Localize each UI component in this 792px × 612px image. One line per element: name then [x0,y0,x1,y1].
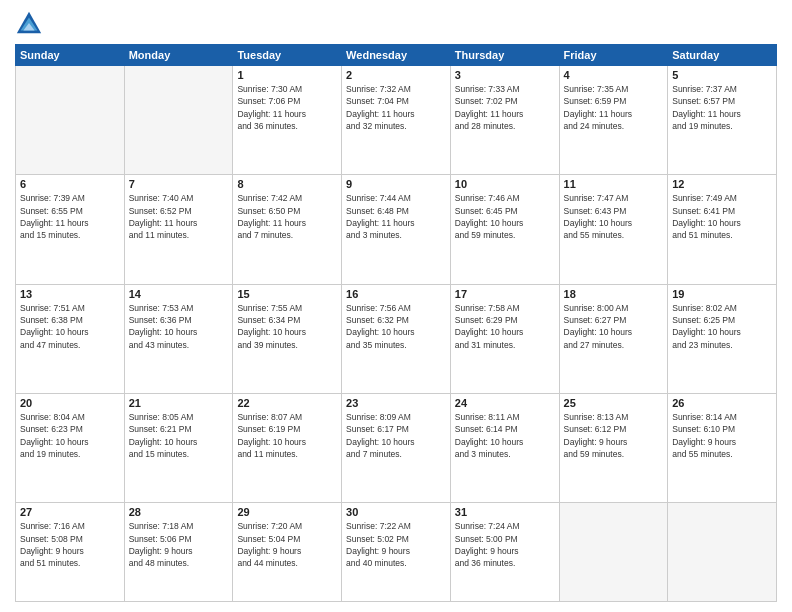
day-cell: 16Sunrise: 7:56 AM Sunset: 6:32 PM Dayli… [342,284,451,393]
week-row-2: 6Sunrise: 7:39 AM Sunset: 6:55 PM Daylig… [16,175,777,284]
day-cell: 20Sunrise: 8:04 AM Sunset: 6:23 PM Dayli… [16,394,125,503]
day-info: Sunrise: 8:09 AM Sunset: 6:17 PM Dayligh… [346,411,446,460]
day-number: 5 [672,69,772,81]
day-number: 15 [237,288,337,300]
weekday-header-wednesday: Wednesday [342,45,451,66]
day-info: Sunrise: 7:18 AM Sunset: 5:06 PM Dayligh… [129,520,229,569]
day-number: 22 [237,397,337,409]
week-row-4: 20Sunrise: 8:04 AM Sunset: 6:23 PM Dayli… [16,394,777,503]
day-cell: 14Sunrise: 7:53 AM Sunset: 6:36 PM Dayli… [124,284,233,393]
day-info: Sunrise: 8:07 AM Sunset: 6:19 PM Dayligh… [237,411,337,460]
day-cell: 3Sunrise: 7:33 AM Sunset: 7:02 PM Daylig… [450,66,559,175]
day-cell: 23Sunrise: 8:09 AM Sunset: 6:17 PM Dayli… [342,394,451,503]
day-cell: 6Sunrise: 7:39 AM Sunset: 6:55 PM Daylig… [16,175,125,284]
day-info: Sunrise: 8:04 AM Sunset: 6:23 PM Dayligh… [20,411,120,460]
calendar-table: SundayMondayTuesdayWednesdayThursdayFrid… [15,44,777,602]
day-cell: 10Sunrise: 7:46 AM Sunset: 6:45 PM Dayli… [450,175,559,284]
day-info: Sunrise: 7:42 AM Sunset: 6:50 PM Dayligh… [237,192,337,241]
day-info: Sunrise: 7:46 AM Sunset: 6:45 PM Dayligh… [455,192,555,241]
day-cell: 31Sunrise: 7:24 AM Sunset: 5:00 PM Dayli… [450,503,559,602]
day-number: 21 [129,397,229,409]
day-info: Sunrise: 7:24 AM Sunset: 5:00 PM Dayligh… [455,520,555,569]
day-number: 24 [455,397,555,409]
day-number: 3 [455,69,555,81]
day-number: 25 [564,397,664,409]
logo [15,10,47,38]
day-cell: 26Sunrise: 8:14 AM Sunset: 6:10 PM Dayli… [668,394,777,503]
day-info: Sunrise: 8:13 AM Sunset: 6:12 PM Dayligh… [564,411,664,460]
day-number: 2 [346,69,446,81]
day-info: Sunrise: 7:47 AM Sunset: 6:43 PM Dayligh… [564,192,664,241]
day-info: Sunrise: 7:40 AM Sunset: 6:52 PM Dayligh… [129,192,229,241]
week-row-5: 27Sunrise: 7:16 AM Sunset: 5:08 PM Dayli… [16,503,777,602]
day-cell: 29Sunrise: 7:20 AM Sunset: 5:04 PM Dayli… [233,503,342,602]
day-cell [559,503,668,602]
weekday-header-friday: Friday [559,45,668,66]
day-number: 30 [346,506,446,518]
day-cell: 30Sunrise: 7:22 AM Sunset: 5:02 PM Dayli… [342,503,451,602]
day-cell: 9Sunrise: 7:44 AM Sunset: 6:48 PM Daylig… [342,175,451,284]
day-info: Sunrise: 7:35 AM Sunset: 6:59 PM Dayligh… [564,83,664,132]
day-number: 1 [237,69,337,81]
day-info: Sunrise: 7:49 AM Sunset: 6:41 PM Dayligh… [672,192,772,241]
day-info: Sunrise: 8:05 AM Sunset: 6:21 PM Dayligh… [129,411,229,460]
day-number: 26 [672,397,772,409]
day-number: 14 [129,288,229,300]
day-number: 29 [237,506,337,518]
day-number: 23 [346,397,446,409]
day-number: 12 [672,178,772,190]
day-info: Sunrise: 7:16 AM Sunset: 5:08 PM Dayligh… [20,520,120,569]
day-info: Sunrise: 7:32 AM Sunset: 7:04 PM Dayligh… [346,83,446,132]
day-cell: 1Sunrise: 7:30 AM Sunset: 7:06 PM Daylig… [233,66,342,175]
day-cell: 17Sunrise: 7:58 AM Sunset: 6:29 PM Dayli… [450,284,559,393]
day-info: Sunrise: 7:51 AM Sunset: 6:38 PM Dayligh… [20,302,120,351]
weekday-header-tuesday: Tuesday [233,45,342,66]
day-cell: 13Sunrise: 7:51 AM Sunset: 6:38 PM Dayli… [16,284,125,393]
day-cell [668,503,777,602]
day-cell: 5Sunrise: 7:37 AM Sunset: 6:57 PM Daylig… [668,66,777,175]
day-cell: 7Sunrise: 7:40 AM Sunset: 6:52 PM Daylig… [124,175,233,284]
day-number: 19 [672,288,772,300]
day-cell [16,66,125,175]
weekday-header-row: SundayMondayTuesdayWednesdayThursdayFrid… [16,45,777,66]
day-info: Sunrise: 7:58 AM Sunset: 6:29 PM Dayligh… [455,302,555,351]
day-info: Sunrise: 7:56 AM Sunset: 6:32 PM Dayligh… [346,302,446,351]
day-cell: 18Sunrise: 8:00 AM Sunset: 6:27 PM Dayli… [559,284,668,393]
day-info: Sunrise: 7:20 AM Sunset: 5:04 PM Dayligh… [237,520,337,569]
day-cell: 12Sunrise: 7:49 AM Sunset: 6:41 PM Dayli… [668,175,777,284]
weekday-header-sunday: Sunday [16,45,125,66]
day-info: Sunrise: 8:11 AM Sunset: 6:14 PM Dayligh… [455,411,555,460]
day-info: Sunrise: 7:22 AM Sunset: 5:02 PM Dayligh… [346,520,446,569]
day-number: 28 [129,506,229,518]
day-info: Sunrise: 8:00 AM Sunset: 6:27 PM Dayligh… [564,302,664,351]
day-number: 7 [129,178,229,190]
day-cell: 11Sunrise: 7:47 AM Sunset: 6:43 PM Dayli… [559,175,668,284]
day-cell: 25Sunrise: 8:13 AM Sunset: 6:12 PM Dayli… [559,394,668,503]
page: SundayMondayTuesdayWednesdayThursdayFrid… [0,0,792,612]
day-number: 11 [564,178,664,190]
day-cell: 28Sunrise: 7:18 AM Sunset: 5:06 PM Dayli… [124,503,233,602]
day-number: 31 [455,506,555,518]
day-number: 13 [20,288,120,300]
weekday-header-monday: Monday [124,45,233,66]
week-row-1: 1Sunrise: 7:30 AM Sunset: 7:06 PM Daylig… [16,66,777,175]
day-info: Sunrise: 7:39 AM Sunset: 6:55 PM Dayligh… [20,192,120,241]
day-number: 8 [237,178,337,190]
day-info: Sunrise: 7:37 AM Sunset: 6:57 PM Dayligh… [672,83,772,132]
day-cell: 8Sunrise: 7:42 AM Sunset: 6:50 PM Daylig… [233,175,342,284]
day-number: 9 [346,178,446,190]
day-info: Sunrise: 7:30 AM Sunset: 7:06 PM Dayligh… [237,83,337,132]
day-cell: 22Sunrise: 8:07 AM Sunset: 6:19 PM Dayli… [233,394,342,503]
day-cell: 24Sunrise: 8:11 AM Sunset: 6:14 PM Dayli… [450,394,559,503]
day-number: 4 [564,69,664,81]
day-info: Sunrise: 7:53 AM Sunset: 6:36 PM Dayligh… [129,302,229,351]
day-info: Sunrise: 7:33 AM Sunset: 7:02 PM Dayligh… [455,83,555,132]
day-info: Sunrise: 8:14 AM Sunset: 6:10 PM Dayligh… [672,411,772,460]
day-cell: 2Sunrise: 7:32 AM Sunset: 7:04 PM Daylig… [342,66,451,175]
week-row-3: 13Sunrise: 7:51 AM Sunset: 6:38 PM Dayli… [16,284,777,393]
header [15,10,777,38]
day-cell: 4Sunrise: 7:35 AM Sunset: 6:59 PM Daylig… [559,66,668,175]
day-cell: 27Sunrise: 7:16 AM Sunset: 5:08 PM Dayli… [16,503,125,602]
day-info: Sunrise: 7:55 AM Sunset: 6:34 PM Dayligh… [237,302,337,351]
logo-icon [15,10,43,38]
